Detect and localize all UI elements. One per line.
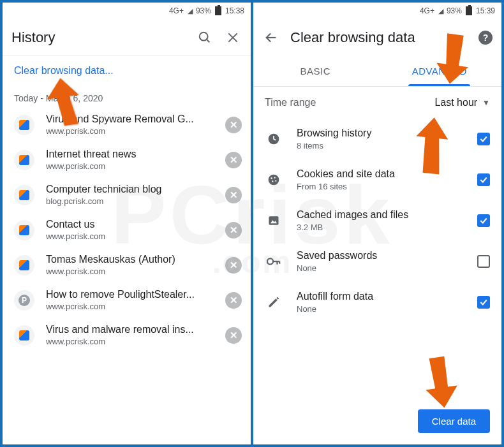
chevron-down-icon: ▼ bbox=[482, 98, 490, 107]
svg-point-14 bbox=[267, 258, 273, 264]
tab-advanced[interactable]: ADVANCED bbox=[378, 56, 502, 86]
history-item[interactable]: Virus and malware removal ins...www.pcri… bbox=[3, 318, 251, 353]
clear-option-title: Autofill form data bbox=[297, 291, 477, 302]
clock: 15:39 bbox=[476, 6, 495, 15]
pencil-icon bbox=[265, 296, 283, 309]
history-item-url: blog.pcrisk.com bbox=[46, 196, 225, 206]
back-icon[interactable] bbox=[262, 29, 280, 47]
cookie-icon bbox=[265, 173, 283, 186]
footer: Clear data bbox=[253, 403, 501, 444]
close-icon[interactable] bbox=[224, 29, 242, 47]
signal-icon: ◢ bbox=[438, 7, 443, 15]
time-range-value: Last hour bbox=[434, 97, 477, 108]
key-icon bbox=[265, 257, 283, 266]
checkbox[interactable] bbox=[477, 173, 490, 186]
history-item-title: Virus and malware removal ins... bbox=[46, 324, 225, 335]
clear-browsing-data-link[interactable]: Clear browsing data... bbox=[3, 56, 251, 82]
favicon bbox=[14, 255, 34, 275]
time-range-label: Time range bbox=[265, 97, 316, 108]
network-indicator: 4G+ bbox=[420, 6, 434, 15]
checkbox[interactable] bbox=[477, 133, 490, 145]
date-header: Today - March 6, 2020 bbox=[3, 82, 251, 107]
history-list: Virus and Spyware Removal G...www.pcrisk… bbox=[3, 107, 251, 444]
clear-option-title: Saved passwords bbox=[297, 250, 477, 261]
favicon bbox=[14, 325, 34, 346]
delete-history-item-button[interactable]: ✕ bbox=[225, 152, 242, 168]
clear-option-title: Browsing history bbox=[297, 128, 477, 139]
history-item[interactable]: Virus and Spyware Removal G...www.pcrisk… bbox=[3, 107, 251, 142]
clear-option-subtitle: From 16 sites bbox=[297, 182, 477, 191]
clear-option-row: Saved passwordsNone bbox=[253, 241, 501, 282]
delete-history-item-button[interactable]: ✕ bbox=[225, 292, 242, 309]
checkbox[interactable] bbox=[477, 255, 490, 268]
clear-option-subtitle: None bbox=[297, 263, 477, 273]
clear-option-row: Autofill form dataNone bbox=[253, 282, 501, 323]
app-bar: History bbox=[3, 19, 251, 56]
history-item-title: Tomas Meskauskas (Author) bbox=[46, 254, 225, 265]
history-item[interactable]: Computer technician blogblog.pcrisk.com✕ bbox=[3, 177, 251, 212]
battery-icon bbox=[466, 6, 472, 15]
favicon bbox=[14, 150, 34, 170]
favicon: P bbox=[14, 290, 34, 311]
favicon bbox=[14, 220, 34, 240]
battery-percent: 93% bbox=[196, 6, 211, 15]
checkbox[interactable] bbox=[477, 296, 490, 309]
checkbox[interactable] bbox=[477, 214, 490, 227]
svg-line-1 bbox=[207, 39, 210, 42]
page-title: History bbox=[11, 29, 186, 46]
search-icon[interactable] bbox=[196, 29, 214, 47]
help-icon[interactable]: ? bbox=[478, 31, 493, 45]
clock: 15:38 bbox=[225, 6, 244, 15]
clear-option-row: Cached images and files3.2 MB bbox=[253, 200, 501, 241]
history-item-url: www.pcrisk.com bbox=[46, 337, 225, 346]
delete-history-item-button[interactable]: ✕ bbox=[225, 187, 242, 203]
history-item-title: Virus and Spyware Removal G... bbox=[46, 114, 225, 125]
svg-point-0 bbox=[200, 32, 208, 40]
history-item-title: How to remove PoulightStealer... bbox=[46, 289, 225, 300]
history-item-url: www.pcrisk.com bbox=[46, 302, 225, 311]
favicon bbox=[14, 115, 34, 135]
history-item-title: Contact us bbox=[46, 219, 225, 230]
status-bar: 4G+ ◢ 93% 15:39 bbox=[253, 3, 501, 19]
clear-options-list: Browsing history8 itemsCookies and site … bbox=[253, 119, 501, 403]
delete-history-item-button[interactable]: ✕ bbox=[225, 222, 242, 238]
history-item[interactable]: Contact uswww.pcrisk.com✕ bbox=[3, 212, 251, 247]
delete-history-item-button[interactable]: ✕ bbox=[225, 327, 242, 344]
image-icon bbox=[265, 214, 283, 227]
delete-history-item-button[interactable]: ✕ bbox=[225, 117, 242, 133]
signal-icon: ◢ bbox=[188, 7, 192, 15]
history-item[interactable]: Tomas Meskauskas (Author)www.pcrisk.com✕ bbox=[3, 247, 251, 282]
time-range-select[interactable]: Last hour ▼ bbox=[434, 97, 490, 108]
history-item[interactable]: Internet threat newswww.pcrisk.com✕ bbox=[3, 142, 251, 177]
favicon bbox=[14, 185, 34, 205]
history-item-url: www.pcrisk.com bbox=[46, 161, 225, 171]
delete-history-item-button[interactable]: ✕ bbox=[225, 257, 242, 274]
battery-percent: 93% bbox=[447, 6, 462, 15]
clear-option-row: Cookies and site dataFrom 16 sites bbox=[253, 159, 501, 200]
svg-point-9 bbox=[274, 177, 276, 179]
clear-option-subtitle: 3.2 MB bbox=[297, 223, 477, 232]
clear-option-title: Cookies and site data bbox=[297, 168, 477, 180]
svg-point-10 bbox=[272, 180, 273, 182]
clear-option-row: Browsing history8 items bbox=[253, 119, 501, 159]
history-item-title: Computer technician blog bbox=[46, 184, 225, 195]
clear-option-title: Cached images and files bbox=[297, 209, 477, 221]
history-item[interactable]: PHow to remove PoulightStealer...www.pcr… bbox=[3, 282, 251, 318]
tab-basic[interactable]: BASIC bbox=[253, 56, 378, 86]
time-range-row: Time range Last hour ▼ bbox=[253, 87, 501, 119]
clear-data-button[interactable]: Clear data bbox=[418, 409, 490, 433]
status-bar: 4G+ ◢ 93% 15:38 bbox=[3, 3, 251, 19]
clock-icon bbox=[265, 133, 283, 145]
network-indicator: 4G+ bbox=[169, 6, 184, 15]
clear-option-subtitle: 8 items bbox=[297, 141, 477, 150]
svg-point-11 bbox=[275, 180, 276, 182]
svg-point-8 bbox=[271, 177, 272, 179]
svg-rect-12 bbox=[269, 216, 279, 224]
clear-data-screen: 4G+ ◢ 93% 15:39 Clear browsing data ? BA… bbox=[253, 3, 501, 444]
history-screen: 4G+ ◢ 93% 15:38 History Clear browsing d… bbox=[3, 3, 251, 444]
battery-icon bbox=[215, 6, 221, 15]
tab-bar: BASIC ADVANCED bbox=[253, 56, 501, 87]
page-title: Clear browsing data bbox=[290, 29, 468, 46]
history-item-title: Internet threat news bbox=[46, 149, 225, 160]
history-item-url: www.pcrisk.com bbox=[46, 126, 225, 136]
